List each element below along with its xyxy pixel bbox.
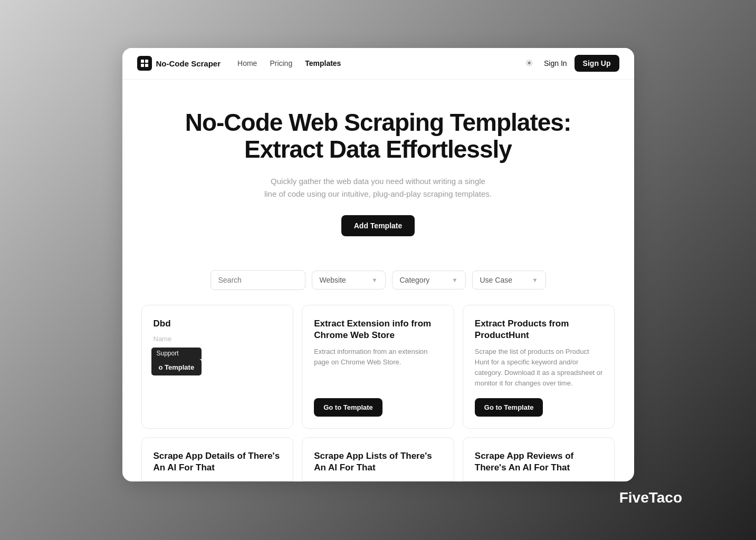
card-chrome: Extract Extension info from Chrome Web S… [302,305,454,429]
add-template-button[interactable]: Add Template [341,215,415,236]
brand-icon [137,56,152,71]
usecase-dropdown-arrow: ▼ [532,277,538,283]
cards-grid: Dbd Name Support o Template Extract Exte… [122,301,634,433]
card-chrome-title: Extract Extension info from Chrome Web S… [314,318,442,341]
svg-rect-3 [145,64,148,67]
card-partial-1-title: Scrape App Details of There's An AI For … [154,450,282,474]
tooltip-go-button[interactable]: o Template [151,359,202,375]
hero-subtitle: Quickly gather the web data you need wit… [154,175,602,200]
theme-toggle-icon[interactable]: ☀ [522,56,537,71]
hero-section: No-Code Web Scraping Templates: Extract … [122,80,634,257]
card-partial-2-title: Scrape App Lists of There's An AI For Th… [314,450,442,474]
card-partial-3-title: Scrape App Reviews of There's An AI For … [475,450,603,474]
tooltip-overlay: Support o Template [151,348,202,375]
card-dbd-meta: Name [154,335,282,343]
nav-pricing[interactable]: Pricing [270,59,292,68]
website-dropdown[interactable]: Website ▼ [312,271,386,290]
navbar-right: ☀ Sign In Sign Up [522,55,619,72]
card-partial-1: Scrape App Details of There's An AI For … [141,437,294,481]
nav-templates[interactable]: Templates [305,59,341,68]
hero-title: No-Code Web Scraping Templates: Extract … [154,109,602,163]
signin-button[interactable]: Sign In [544,59,567,68]
card-partial-2: Scrape App Lists of There's An AI For Th… [302,437,454,481]
brand: No-Code Scraper [137,56,221,71]
usecase-dropdown[interactable]: Use Case ▼ [472,271,546,290]
card-producthunt: Extract Products from ProductHunt Scrape… [463,305,615,429]
footer-brand: FiveTaco [619,489,682,506]
brand-name: No-Code Scraper [156,59,221,68]
card-partial-3: Scrape App Reviews of There's An AI For … [463,437,615,481]
card-chrome-cta[interactable]: Go to Template [314,398,382,417]
signup-button[interactable]: Sign Up [575,55,619,72]
category-dropdown-arrow: ▼ [452,277,458,283]
category-dropdown[interactable]: Category ▼ [392,271,466,290]
partial-cards-grid: Scrape App Details of There's An AI For … [122,433,634,481]
website-dropdown-arrow: ▼ [372,277,378,283]
card-dbd-title: Dbd [154,318,282,330]
card-producthunt-desc: Scrape the list of products on Product H… [475,346,603,389]
nav-home[interactable]: Home [237,59,257,68]
card-chrome-desc: Extract information from an extension pa… [314,346,442,389]
nav-links: Home Pricing Templates [237,59,522,68]
filters-bar: Website ▼ Category ▼ Use Case ▼ [122,257,634,301]
svg-rect-0 [141,60,144,63]
svg-rect-2 [141,64,144,67]
page-outer: No-Code Scraper Home Pricing Templates ☀… [0,0,756,540]
search-input[interactable] [210,270,305,290]
main-card: No-Code Scraper Home Pricing Templates ☀… [122,48,634,482]
card-producthunt-title: Extract Products from ProductHunt [475,318,603,341]
navbar: No-Code Scraper Home Pricing Templates ☀… [122,48,634,80]
tooltip-label: Support [151,348,202,359]
card-dbd: Dbd Name Support o Template [141,305,294,429]
card-producthunt-cta[interactable]: Go to Template [475,398,543,417]
svg-rect-1 [145,60,148,63]
